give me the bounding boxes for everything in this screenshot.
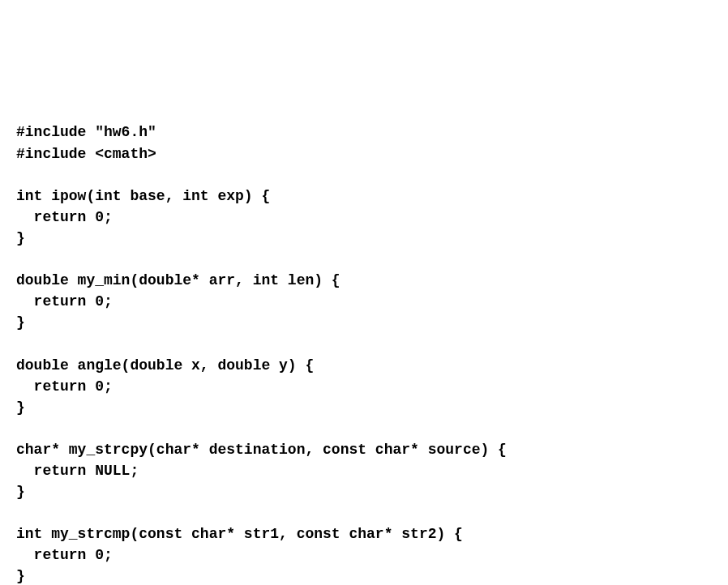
code-line: return NULL;	[16, 463, 139, 479]
code-line: int ipow(int base, int exp) {	[16, 188, 270, 204]
code-line: return 0;	[16, 209, 113, 225]
code-line: return 0;	[16, 547, 113, 563]
code-listing: #include "hw6.h" #include <cmath> int ip…	[16, 100, 712, 585]
code-line: }	[16, 484, 25, 500]
code-line: }	[16, 230, 25, 246]
code-line: #include "hw6.h"	[16, 124, 156, 140]
code-line: return 0;	[16, 293, 113, 310]
code-line: }	[16, 399, 25, 416]
code-line: #include <cmath>	[16, 146, 156, 162]
code-line: }	[16, 314, 25, 331]
code-line: return 0;	[16, 378, 113, 395]
code-line: double angle(double x, double y) {	[16, 357, 314, 374]
code-line: double my_min(double* arr, int len) {	[16, 272, 340, 288]
code-line: int my_strcmp(const char* str1, const ch…	[16, 526, 463, 542]
code-line: }	[16, 568, 25, 584]
code-line: char* my_strcpy(char* destination, const…	[16, 442, 507, 458]
